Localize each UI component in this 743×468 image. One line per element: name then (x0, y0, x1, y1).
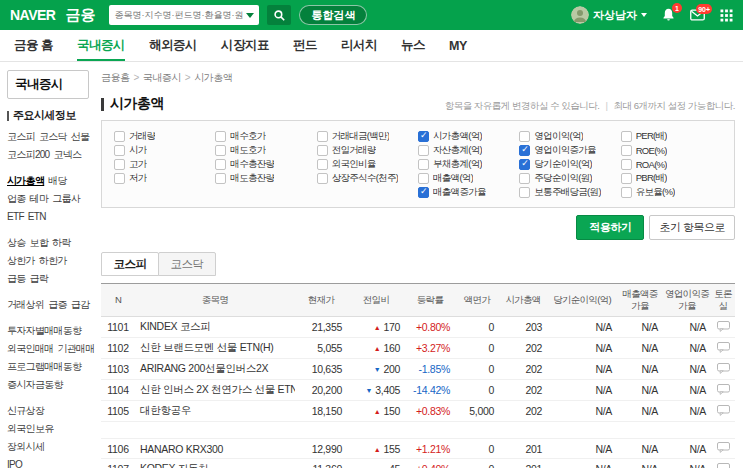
sidebar-item[interactable]: 코넥스 (54, 149, 82, 160)
nav-item-8[interactable]: MY (449, 30, 467, 61)
sidebar-item[interactable]: 그룹사 (52, 193, 80, 204)
search-dropdown-caret-icon[interactable] (246, 13, 254, 18)
sidebar-item[interactable]: 프로그램매매동향 (7, 361, 81, 372)
option-checkbox-row[interactable]: 보통주배당금(원) (519, 185, 620, 199)
nav-item-2[interactable]: 국내증시 (77, 30, 125, 61)
option-checkbox-row[interactable]: 시가 (114, 143, 215, 157)
option-checkbox-row[interactable]: 저가 (114, 171, 215, 185)
tab-1[interactable]: 코스피 (101, 252, 159, 276)
option-checkbox-row[interactable]: 당기순이익(억) (519, 157, 620, 171)
cell-discussion (711, 459, 735, 468)
discussion-icon[interactable] (717, 442, 730, 453)
user-menu[interactable]: 자상남자 (571, 6, 647, 24)
stock-name-link[interactable]: ARIRANG 200선물인버스2X (135, 359, 295, 380)
breadcrumb-item-1[interactable]: 금융홈 (101, 72, 130, 83)
sidebar-item[interactable]: 테마 (30, 193, 49, 204)
option-checkbox-row[interactable]: PBR(배) (621, 171, 722, 185)
sidebar-item[interactable]: 급감 (71, 299, 90, 310)
sidebar-item[interactable]: 코스피200 (7, 149, 50, 160)
sidebar-item[interactable]: 기관매매 (58, 343, 95, 354)
option-checkbox-row[interactable]: ROE(%) (621, 143, 722, 157)
apps-menu-button[interactable] (720, 9, 733, 22)
sidebar-item[interactable]: 상한가 (7, 255, 35, 266)
tab-2[interactable]: 코스닥 (158, 252, 216, 276)
sidebar-item[interactable]: 급락 (30, 273, 49, 284)
nav-item-5[interactable]: 펀드 (293, 30, 317, 61)
sidebar-item[interactable]: 급증 (48, 299, 67, 310)
breadcrumb-item-3[interactable]: 시가총액 (194, 72, 232, 83)
discussion-icon[interactable] (717, 342, 730, 353)
nav-item-4[interactable]: 시장지표 (221, 30, 269, 61)
sidebar-item[interactable]: ETF (7, 211, 24, 222)
mail-button[interactable]: 90+ (690, 9, 705, 21)
discussion-icon[interactable] (717, 363, 730, 374)
option-checkbox-row[interactable]: 매수총잔량 (215, 157, 316, 171)
option-checkbox-row[interactable]: 시가총액(억) (418, 129, 519, 143)
stock-name-link[interactable]: KODEX 자동차 (135, 459, 295, 468)
stock-name-link[interactable]: 신한 인버스 2X 천연가스 선물 ETN (135, 380, 295, 401)
option-checkbox-row[interactable]: 매수호가 (215, 129, 316, 143)
sidebar-item[interactable]: IPO (7, 459, 22, 468)
finance-home-link[interactable]: 금융 (65, 6, 95, 25)
apply-button[interactable]: 적용하기 (576, 215, 644, 240)
option-checkbox-row[interactable]: 자산총계(억) (418, 143, 519, 157)
sidebar-item[interactable]: 급등 (7, 273, 26, 284)
option-checkbox-row[interactable]: PER(배) (621, 129, 722, 143)
stock-name-link[interactable]: 신한 브랜드모멘 선물 ETN(H) (135, 338, 295, 359)
unified-search-button[interactable]: 통합검색 (299, 5, 367, 25)
notifications-button[interactable]: 1 (662, 8, 675, 22)
naver-logo[interactable]: NAVER (10, 7, 55, 23)
sidebar-item[interactable]: 하한가 (39, 255, 67, 266)
sidebar-item[interactable]: 투자자별매매동향 (7, 325, 81, 336)
magnifier-icon (274, 10, 285, 21)
reset-button[interactable]: 초기 항목으로 (649, 215, 735, 240)
option-checkbox-row[interactable]: 매도총잔량 (215, 171, 316, 185)
option-checkbox-row[interactable]: 유보율(%) (621, 185, 722, 199)
discussion-icon[interactable] (717, 405, 730, 416)
sidebar-item[interactable]: 증시자금동향 (7, 379, 63, 390)
option-checkbox-row[interactable]: 고가 (114, 157, 215, 171)
sidebar-item[interactable]: 보합 (30, 237, 49, 248)
sidebar-item[interactable]: 배당 (48, 175, 67, 186)
option-checkbox-row[interactable]: 외국인비율 (317, 157, 418, 171)
option-checkbox-row[interactable]: 매출액증가율 (418, 185, 519, 199)
sidebar-item[interactable]: 외국인보유 (7, 423, 54, 434)
sidebar-item[interactable]: 코스닥 (39, 131, 67, 142)
sidebar-item[interactable]: 코스피 (7, 131, 35, 142)
option-checkbox-row[interactable]: ROA(%) (621, 157, 722, 171)
cell-face-value: 0 (455, 459, 499, 468)
stock-name-link[interactable]: KINDEX 코스피 (135, 317, 295, 338)
discussion-icon[interactable] (717, 384, 730, 395)
option-checkbox-row[interactable]: 거래량 (114, 129, 215, 143)
option-checkbox-row[interactable]: 영업이익증가율 (519, 143, 620, 157)
option-checkbox-row[interactable]: 매도호가 (215, 143, 316, 157)
option-checkbox-row[interactable]: 거래대금(백만) (317, 129, 418, 143)
option-checkbox-row[interactable]: 주당순이익(원) (519, 171, 620, 185)
stock-name-link[interactable]: HANARO KRX300 (135, 439, 295, 459)
sidebar-item[interactable]: 시가총액 (7, 175, 44, 186)
nav-item-1[interactable]: 금융 홈 (14, 30, 53, 61)
sidebar-item[interactable]: ETN (28, 211, 46, 222)
sidebar-item[interactable]: 거래상위 (7, 299, 44, 310)
nav-item-7[interactable]: 뉴스 (401, 30, 425, 61)
discussion-icon[interactable] (717, 321, 730, 332)
option-checkbox-row[interactable]: 전일거래량 (317, 143, 418, 157)
option-checkbox-row[interactable]: 매출액(억) (418, 171, 519, 185)
option-checkbox-row[interactable]: 부채총계(억) (418, 157, 519, 171)
discussion-icon[interactable] (717, 463, 730, 468)
breadcrumb-item-2[interactable]: 국내증시 (143, 72, 181, 83)
sidebar-item[interactable]: 외국인매매 (7, 343, 54, 354)
sidebar-item[interactable]: 선물 (71, 131, 90, 142)
sidebar-item[interactable]: 상승 (7, 237, 26, 248)
nav-item-6[interactable]: 리서치 (341, 30, 377, 61)
option-checkbox-row[interactable]: 영업이익(억) (519, 129, 620, 143)
nav-item-3[interactable]: 해외증시 (149, 30, 197, 61)
sidebar-item[interactable]: 하락 (52, 237, 71, 248)
stock-name-link[interactable]: 대한항공우 (135, 401, 295, 422)
option-checkbox-row[interactable]: 상장주식수(천주) (317, 171, 418, 185)
stock-search-input[interactable] (114, 10, 243, 20)
sidebar-item[interactable]: 장외시세 (7, 441, 44, 452)
sidebar-item[interactable]: 업종 (7, 193, 26, 204)
search-button[interactable] (267, 5, 291, 25)
sidebar-item[interactable]: 신규상장 (7, 405, 44, 416)
